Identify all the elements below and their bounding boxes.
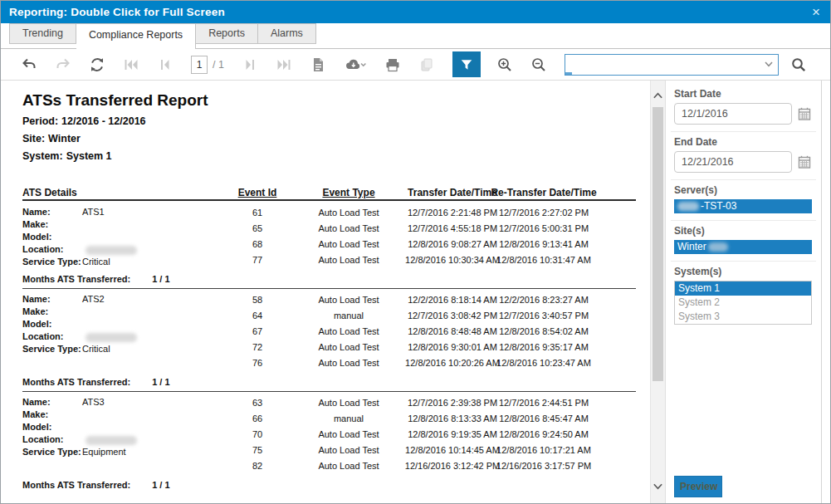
filter-button[interactable] <box>452 51 481 77</box>
cell-c-re: 12/8/2016 9:24:50 AM <box>481 429 606 439</box>
report-period: Period:12/2016 - 12/2016 <box>22 113 650 130</box>
scroll-up-icon[interactable] <box>651 87 665 104</box>
end-date-input[interactable] <box>674 151 792 173</box>
servers-list: -TST-03 <box>674 199 812 213</box>
zoom-out-icon[interactable] <box>530 56 547 73</box>
report-table: ATS Details Event Id Event Type Transfer… <box>22 187 636 490</box>
event-row: 65Auto Load Test12/7/2016 4:55:18 PM12/7… <box>22 222 636 237</box>
months-transferred: Months ATS Transferred:1 / 1 <box>22 377 636 387</box>
page-number-input[interactable] <box>191 56 208 74</box>
sites-list: Winter <box>674 240 812 254</box>
start-date-label: Start Date <box>674 88 812 100</box>
report-meta: Period:12/2016 - 12/2016 Site:Winter Sys… <box>22 113 650 165</box>
calendar-icon[interactable] <box>797 154 812 169</box>
event-row: 66manual12/8/2016 8:13:33 AM12/8/2016 8:… <box>22 412 636 428</box>
cell-c-re: 12/8/2016 9:13:41 AM <box>481 239 606 249</box>
search-select-input[interactable] <box>565 55 765 75</box>
tab-bar: TrendingCompliance ReportsReportsAlarms <box>1 23 830 49</box>
preview-button[interactable]: Preview <box>674 476 722 497</box>
servers-label: Server(s) <box>674 184 812 196</box>
cell-c-re: 12/7/2016 3:40:57 PM <box>481 311 606 321</box>
list-item-system-3[interactable]: System 3 <box>675 310 811 324</box>
divider <box>671 131 816 132</box>
tab-alarms[interactable]: Alarms <box>258 23 316 44</box>
tab-trending[interactable]: Trending <box>9 23 76 44</box>
first-page-icon <box>123 56 139 73</box>
cell-c-re: 12/8/2016 8:54:02 AM <box>481 326 606 336</box>
report-site: Site:Winter <box>22 130 650 148</box>
content-area: ATSs Transferred Report Period:12/2016 -… <box>1 81 830 503</box>
redacted-text <box>708 242 728 252</box>
ats-section-ats2: Name:ATS2Make:Model:Location:Service Typ… <box>22 288 636 387</box>
report-sections: Name:ATS1Make:Model:Location:Service Typ… <box>22 201 636 490</box>
cell-c-re: 12/8/2016 10:23:47 AM <box>481 358 606 368</box>
undo-icon[interactable] <box>21 56 37 73</box>
filter-panel: Start Date End Date Server(s) -TST-03 Si… <box>665 81 822 503</box>
zoom-in-icon[interactable] <box>496 56 513 73</box>
list-item-winter[interactable]: Winter <box>674 240 812 254</box>
window-title: Reporting: Double Click for Full Screen <box>9 6 225 18</box>
cell-c-re: 12/7/2016 5:00:31 PM <box>481 223 606 233</box>
reporting-window: Reporting: Double Click for Full Screen … <box>0 0 831 504</box>
document-icon[interactable] <box>310 56 326 73</box>
sites-label: Site(s) <box>674 225 812 237</box>
event-row: 63Auto Load Test12/7/2016 2:39:38 PM12/7… <box>22 396 636 412</box>
tab-reports[interactable]: Reports <box>196 23 258 44</box>
cell-c-re: 12/8/2016 9:35:17 AM <box>481 342 606 352</box>
export-cloud-icon[interactable] <box>344 56 367 73</box>
cell-c-re: 12/7/2016 2:44:51 PM <box>481 398 606 408</box>
list-item--tst-03[interactable]: -TST-03 <box>674 199 812 213</box>
col-ats-details: ATS Details <box>22 187 77 198</box>
systems-list: System 1System 2System 3 <box>674 281 812 325</box>
scroll-down-icon[interactable] <box>651 478 665 495</box>
previous-page-icon <box>157 56 174 73</box>
panel-right-gap <box>822 81 830 503</box>
search-icon[interactable] <box>790 56 807 73</box>
report-title: ATSs Transferred Report <box>22 91 650 110</box>
toolbar: / 1 <box>1 49 830 81</box>
tab-compliance-reports[interactable]: Compliance Reports <box>76 23 196 49</box>
event-row: 64manual12/7/2016 3:08:42 PM12/7/2016 3:… <box>22 309 636 325</box>
divider <box>671 179 816 180</box>
event-row: 61Auto Load Test12/7/2016 2:21:48 PM12/7… <box>22 206 636 222</box>
scrollbar-thumb[interactable] <box>653 107 663 381</box>
table-header-row: ATS Details Event Id Event Type Transfer… <box>22 187 636 201</box>
cell-c-re: 12/8/2016 8:45:47 AM <box>481 413 606 423</box>
event-row: 76Auto Load Test12/8/2016 10:20:26 AM12/… <box>22 356 636 372</box>
ats-section-ats3: Name:ATS3Make:Model:Location:Service Typ… <box>22 391 636 490</box>
filter-icon <box>459 57 474 72</box>
start-date-input[interactable] <box>674 103 792 125</box>
redo-icon <box>55 56 71 73</box>
calendar-icon[interactable] <box>797 106 812 121</box>
close-icon[interactable]: × <box>812 5 820 19</box>
search-select[interactable] <box>565 54 779 76</box>
cell-c-re: 12/7/2016 2:27:02 PM <box>481 208 606 218</box>
end-date-label: End Date <box>674 136 812 148</box>
months-transferred: Months ATS Transferred:1 / 1 <box>22 480 636 490</box>
refresh-icon[interactable] <box>89 56 105 73</box>
event-row: 70Auto Load Test12/8/2016 9:19:35 AM12/8… <box>22 428 636 443</box>
chevron-down-icon <box>765 61 773 67</box>
vertical-scrollbar[interactable] <box>650 81 665 503</box>
event-row: 68Auto Load Test12/8/2016 9:08:27 AM12/8… <box>22 237 636 253</box>
divider <box>671 261 816 262</box>
list-item-system-1[interactable]: System 1 <box>675 281 811 296</box>
systems-label: System(s) <box>674 266 812 277</box>
redacted-text <box>677 202 699 211</box>
event-row: 75Auto Load Test12/8/2016 10:14:45 AM12/… <box>22 443 636 459</box>
print-icon[interactable] <box>384 56 401 73</box>
event-row: 72Auto Load Test12/8/2016 9:30:01 AM12/8… <box>22 340 636 356</box>
ats-section-ats1: Name:ATS1Make:Model:Location:Service Typ… <box>22 201 636 284</box>
event-row: 58Auto Load Test12/2/2016 8:18:14 AM12/2… <box>22 293 636 309</box>
title-bar[interactable]: Reporting: Double Click for Full Screen … <box>1 1 830 23</box>
report-viewer: ATSs Transferred Report Period:12/2016 -… <box>1 81 650 503</box>
col-retransfer: Re-Transfer Date/Time <box>481 187 606 198</box>
page-total-label: / 1 <box>213 59 224 71</box>
event-row: 77Auto Load Test12/8/2016 10:30:34 AM12/… <box>22 253 636 269</box>
cell-c-re: 12/16/2016 3:17:57 PM <box>481 461 606 471</box>
cell-c-re: 12/8/2016 10:31:47 AM <box>481 255 606 265</box>
divider <box>671 220 816 221</box>
last-page-icon <box>276 56 292 73</box>
list-item-system-2[interactable]: System 2 <box>675 296 811 310</box>
copy-pages-icon <box>418 56 435 73</box>
